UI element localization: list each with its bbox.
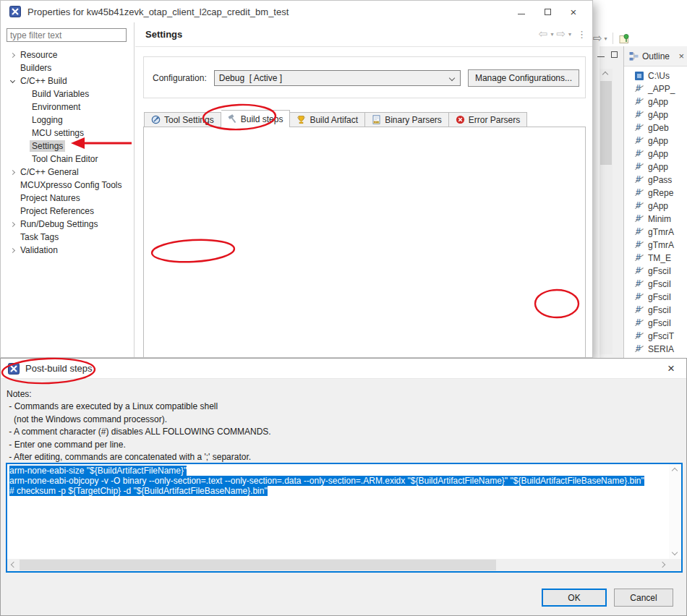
define-icon — [635, 267, 644, 275]
tab-build-steps[interactable]: Build steps — [221, 110, 291, 127]
outline-item[interactable]: gApp — [624, 147, 687, 161]
ok-button[interactable]: OK — [542, 589, 607, 607]
forward-arrow-icon[interactable]: ⇨ — [593, 33, 602, 44]
editor-scrollbar[interactable] — [599, 69, 613, 354]
chevron-icon[interactable] — [7, 171, 18, 174]
outline-item[interactable]: gApp — [624, 95, 687, 108]
tab-error-parsers[interactable]: Error Parsers — [449, 112, 527, 127]
cancel-button[interactable]: Cancel — [614, 589, 673, 607]
outline-item[interactable]: gApp — [624, 161, 687, 174]
maximize-view-icon[interactable] — [611, 51, 618, 58]
properties-titlebar[interactable]: Properties for kw45b41zevk_otap_client_l… — [1, 1, 592, 22]
outline-item[interactable]: SERIA — [624, 343, 687, 356]
note-line: - After editing, commands are concatenat… — [7, 451, 271, 463]
dialog-close-button[interactable]: × — [656, 359, 686, 379]
sidebar-item[interactable]: Project Natures — [1, 192, 134, 205]
outline-item[interactable]: gRepe — [624, 187, 687, 200]
minimize-icon — [518, 14, 525, 14]
sidebar-item[interactable]: C/C++ Build — [1, 74, 134, 87]
outline-item[interactable]: gFsciI — [624, 278, 687, 291]
outline-item[interactable]: gApp — [624, 200, 687, 213]
outline-item[interactable]: gTmrA — [624, 239, 687, 252]
sidebar-item[interactable]: Project References — [1, 205, 134, 218]
hscrollbar-thumb[interactable] — [20, 560, 496, 570]
scroll-right-icon[interactable] — [660, 562, 665, 568]
outline-item[interactable]: gFsciI — [624, 304, 687, 317]
outline-item[interactable]: gPass — [624, 174, 687, 187]
scroll-up-icon[interactable] — [672, 468, 678, 474]
toolbar-separator — [613, 33, 613, 44]
define-icon — [635, 176, 644, 184]
textarea-hscrollbar[interactable] — [7, 559, 669, 571]
outline-item[interactable]: Minim — [624, 213, 687, 226]
tab-binary-parsers[interactable]: 010 Binary Parsers — [365, 112, 449, 127]
notes-text: Notes: - Commands are executed by a Linu… — [7, 388, 271, 463]
sidebar-item[interactable]: Build Variables — [1, 87, 134, 100]
forward-dropdown-icon[interactable]: ▾ — [568, 31, 571, 38]
outline-item[interactable]: gFsciI — [624, 317, 687, 330]
define-icon — [635, 111, 644, 119]
scroll-down-icon[interactable] — [672, 549, 678, 555]
define-icon — [635, 306, 644, 315]
manage-configurations-button[interactable]: Manage Configurations... — [468, 69, 579, 87]
outline-item[interactable]: gFsciI — [624, 265, 687, 278]
tab-build-artifact[interactable]: Build Artifact — [290, 112, 365, 127]
sidebar-item[interactable]: Tool Chain Editor — [1, 153, 134, 166]
scroll-up-icon[interactable] — [602, 72, 608, 77]
error-parsers-icon — [456, 115, 465, 124]
minimize-view-icon[interactable] — [597, 56, 605, 57]
define-icon — [635, 137, 644, 145]
post-build-dialog-titlebar[interactable]: Post-build steps × — [1, 359, 686, 379]
pin-editor-icon[interactable] — [618, 33, 631, 45]
commands-textarea[interactable]: arm-none-eabi-size "${BuildArtifactFileN… — [6, 463, 683, 573]
outline-item[interactable]: TM_E — [624, 252, 687, 265]
back-dropdown-icon[interactable]: ▾ — [550, 31, 553, 38]
chevron-icon[interactable] — [7, 223, 18, 226]
view-menu-icon[interactable]: ⋮ — [577, 29, 586, 40]
sidebar-item[interactable]: MCU settings — [1, 127, 134, 140]
forward-dropdown-icon[interactable]: ▾ — [605, 35, 607, 42]
sidebar-item[interactable]: Validation — [1, 244, 134, 257]
sidebar-item[interactable]: Settings — [1, 140, 134, 153]
eclipse-toolbar: ⇨ ▾ — [593, 30, 687, 46]
scroll-left-icon[interactable] — [11, 562, 17, 568]
configuration-select[interactable]: Debug [ Active ] — [214, 70, 461, 86]
forward-icon[interactable]: ⇨ — [556, 29, 566, 40]
outline-item[interactable]: gTmrA — [624, 226, 687, 239]
chevron-icon[interactable] — [7, 80, 18, 82]
sidebar-item[interactable]: Run/Debug Settings — [1, 218, 134, 231]
outline-item[interactable]: C:\Us — [624, 69, 687, 82]
outline-close-icon[interactable]: × — [678, 51, 684, 61]
note-line: (not the Windows command processor). — [7, 414, 271, 426]
sidebar-item[interactable]: MCUXpresso Config Tools — [1, 179, 134, 192]
commands-content[interactable]: arm-none-eabi-size "${BuildArtifactFileN… — [7, 464, 669, 559]
define-icon — [635, 228, 644, 236]
sidebar-item[interactable]: Task Tags — [1, 231, 134, 244]
configuration-box: Configuration: Debug [ Active ] Manage C… — [143, 56, 586, 98]
define-icon — [635, 124, 644, 132]
outline-item[interactable]: gApp — [624, 134, 687, 147]
note-line: - Commands are executed by a Linux compa… — [7, 401, 271, 413]
minimize-button[interactable] — [508, 1, 534, 22]
close-button[interactable]: × — [560, 1, 586, 22]
sidebar-item[interactable]: C/C++ General — [1, 166, 134, 179]
sidebar-item[interactable]: Environment — [1, 100, 134, 114]
define-icon — [635, 215, 644, 223]
maximize-button[interactable] — [534, 1, 560, 22]
sidebar-item[interactable]: Builders — [1, 61, 134, 74]
outline-item[interactable]: _APP_ — [624, 82, 687, 95]
chevron-icon[interactable] — [7, 54, 18, 57]
chevron-icon[interactable] — [7, 249, 18, 252]
outline-item[interactable]: gApp — [624, 108, 687, 121]
outline-item[interactable]: gFsciT — [624, 330, 687, 343]
note-line: - A comment character (#) disables ALL F… — [7, 426, 271, 438]
sidebar-item[interactable]: Logging — [1, 114, 134, 127]
outline-item[interactable]: gDeb — [624, 121, 687, 134]
filter-input[interactable] — [7, 28, 127, 42]
tab-tool-settings[interactable]: Tool Settings — [144, 112, 221, 127]
outline-item[interactable]: gFsciI — [624, 291, 687, 304]
sidebar-item[interactable]: Resource — [1, 48, 134, 61]
back-icon[interactable]: ⇦ — [539, 29, 548, 40]
textarea-vscrollbar[interactable] — [669, 464, 681, 559]
scrollbar-thumb[interactable] — [600, 81, 612, 165]
